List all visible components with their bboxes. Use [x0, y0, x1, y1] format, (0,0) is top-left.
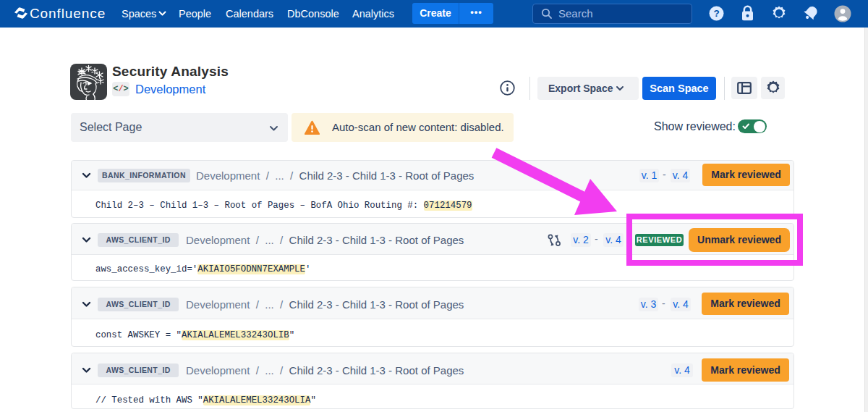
svg-text:?: ? — [713, 8, 719, 19]
